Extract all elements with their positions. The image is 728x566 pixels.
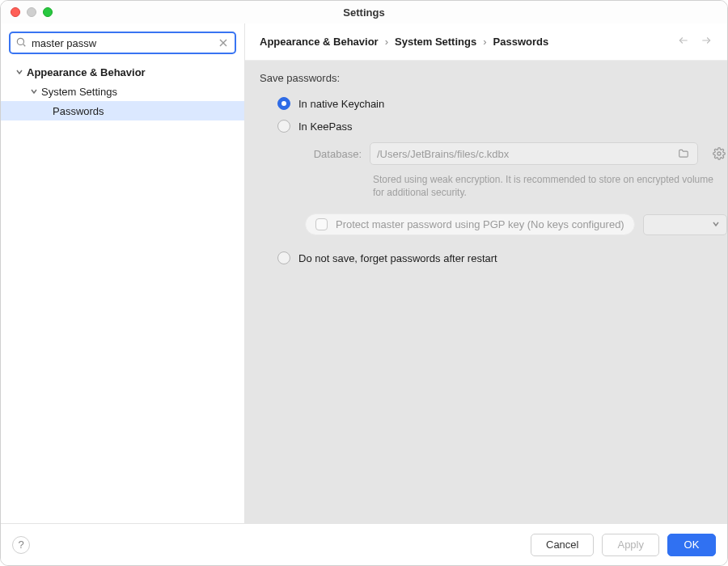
search-icon xyxy=(15,36,27,50)
svg-point-6 xyxy=(717,152,721,155)
breadcrumb: Appearance & Behavior › System Settings … xyxy=(245,23,727,61)
back-icon[interactable] xyxy=(677,35,690,49)
settings-tree: Appearance & Behavior System Settings Pa… xyxy=(1,61,244,523)
svg-point-0 xyxy=(17,38,23,44)
titlebar: Settings xyxy=(1,1,727,23)
tree-item-passwords[interactable]: Passwords xyxy=(1,101,244,120)
radio-label: In native Keychain xyxy=(298,98,384,110)
ok-button[interactable]: OK xyxy=(667,534,716,556)
database-path: /Users/JetBrains/files/c.kdbx xyxy=(377,148,676,160)
protect-label: Protect master password using PGP key (N… xyxy=(336,218,624,230)
chevron-down-icon xyxy=(14,66,25,78)
zoom-window-button[interactable] xyxy=(43,7,53,17)
radio-keepass[interactable]: In KeePass xyxy=(260,115,727,137)
main: Appearance & Behavior › System Settings … xyxy=(245,23,727,523)
database-row: Database: /Users/JetBrains/files/c.kdbx xyxy=(305,137,727,170)
sidebar: Appearance & Behavior System Settings Pa… xyxy=(1,23,245,523)
breadcrumb-segment[interactable]: Passwords xyxy=(493,36,549,48)
radio-label: In KeePass xyxy=(298,120,353,133)
apply-button[interactable]: Apply xyxy=(602,534,659,556)
tree-item-label: System Settings xyxy=(41,86,117,98)
content: Appearance & Behavior System Settings Pa… xyxy=(1,23,727,523)
folder-icon[interactable] xyxy=(676,148,691,159)
tree-item-label: Passwords xyxy=(53,105,104,117)
section-label: Save passwords: xyxy=(260,72,727,84)
protect-checkbox-row[interactable]: Protect master password using PGP key (N… xyxy=(305,213,635,235)
footer: ? Cancel Apply OK xyxy=(1,523,727,565)
chevron-down-icon xyxy=(712,218,720,230)
pgp-key-select[interactable] xyxy=(643,214,727,235)
search-row xyxy=(1,23,244,61)
radio-icon xyxy=(277,251,290,264)
radio-native-keychain[interactable]: In native Keychain xyxy=(260,92,727,115)
breadcrumb-separator: › xyxy=(385,36,388,48)
gear-icon[interactable] xyxy=(711,147,727,160)
window-title: Settings xyxy=(1,6,727,19)
tree-item-system-settings[interactable]: System Settings xyxy=(1,82,244,101)
settings-window: Settings Appe xyxy=(0,0,728,566)
database-label: Database: xyxy=(305,148,362,160)
cancel-button[interactable]: Cancel xyxy=(531,534,594,556)
breadcrumb-separator: › xyxy=(483,36,486,48)
radio-label: Do not save, forget passwords after rest… xyxy=(298,252,497,264)
breadcrumb-nav xyxy=(677,35,713,49)
breadcrumb-segment[interactable]: Appearance & Behavior xyxy=(260,36,379,48)
search-box[interactable] xyxy=(9,32,236,54)
database-field[interactable]: /Users/JetBrains/files/c.kdbx xyxy=(370,142,698,165)
help-icon: ? xyxy=(18,539,23,551)
settings-panel: Save passwords: In native Keychain In Ke… xyxy=(245,61,727,523)
tree-item-label: Appearance & Behavior xyxy=(27,66,146,78)
breadcrumb-segment[interactable]: System Settings xyxy=(395,36,476,48)
radio-icon xyxy=(277,97,290,110)
forward-icon[interactable] xyxy=(700,35,713,49)
tree-item-appearance-behavior[interactable]: Appearance & Behavior xyxy=(1,62,244,82)
window-controls xyxy=(1,7,53,17)
svg-line-1 xyxy=(23,44,26,46)
checkbox-icon xyxy=(315,218,328,230)
clear-search-button[interactable] xyxy=(217,36,230,49)
protect-row: Protect master password using PGP key (N… xyxy=(305,209,727,240)
search-input[interactable] xyxy=(27,37,217,49)
help-button[interactable]: ? xyxy=(12,536,30,554)
radio-do-not-save[interactable]: Do not save, forget passwords after rest… xyxy=(260,247,727,269)
database-hint: Stored using weak encryption. It is reco… xyxy=(305,170,727,209)
radio-icon xyxy=(277,120,290,133)
close-window-button[interactable] xyxy=(11,7,20,17)
chevron-down-icon xyxy=(28,86,40,97)
minimize-window-button[interactable] xyxy=(27,7,36,17)
